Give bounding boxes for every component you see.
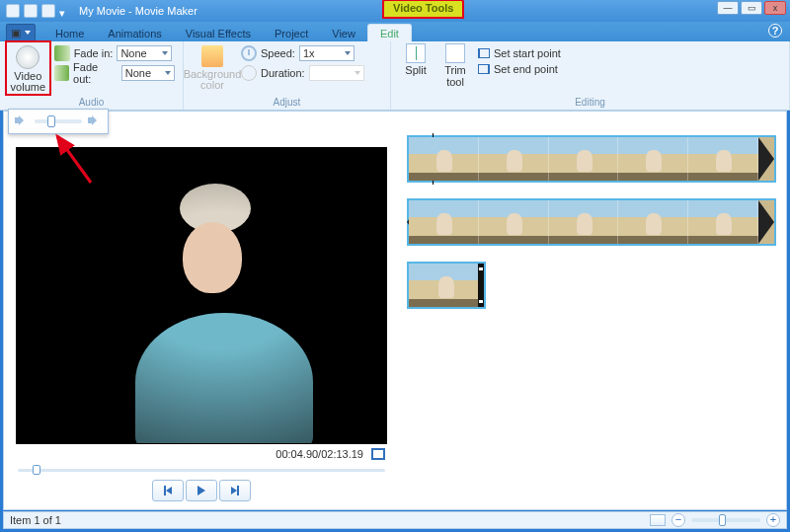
end-point-icon xyxy=(478,64,490,74)
fade-out-icon xyxy=(54,65,69,81)
close-button[interactable]: x xyxy=(764,1,786,15)
trim-tool-button[interactable]: Trim tool xyxy=(438,43,472,88)
zoom-slider-thumb[interactable] xyxy=(719,514,726,526)
seek-thumb[interactable] xyxy=(33,465,40,475)
volume-slider[interactable] xyxy=(35,119,82,123)
tab-view[interactable]: View xyxy=(320,25,367,41)
preview-video-frame[interactable] xyxy=(16,147,387,444)
status-item-count: Item 1 of 1 xyxy=(10,514,61,526)
timeline-clip-2[interactable] xyxy=(407,198,776,246)
trim-icon xyxy=(445,43,465,63)
fade-in-icon xyxy=(54,45,70,61)
video-volume-button[interactable]: Video volume xyxy=(8,43,48,93)
timeline-clip-1[interactable] xyxy=(407,135,776,183)
ribbon-tabstrip: ▣ Home Animations Visual Effects Project… xyxy=(0,22,790,41)
annotation-arrow xyxy=(41,128,111,188)
fade-out-label: Fade out: xyxy=(73,61,118,85)
duration-label: Duration: xyxy=(261,67,305,79)
split-button[interactable]: Split xyxy=(399,43,433,76)
help-icon[interactable]: ? xyxy=(768,24,782,38)
chevron-down-icon xyxy=(165,71,171,75)
speed-label: Speed: xyxy=(261,47,295,59)
timeline-pane[interactable] xyxy=(399,112,786,509)
play-button[interactable] xyxy=(186,480,217,501)
prev-frame-button[interactable] xyxy=(152,480,184,501)
volume-slider-thumb[interactable] xyxy=(47,115,55,127)
fullscreen-icon[interactable] xyxy=(371,448,385,460)
quick-access-toolbar: ▾ xyxy=(0,4,73,18)
file-menu-button[interactable]: ▣ xyxy=(6,24,36,41)
fade-in-combo[interactable]: None xyxy=(117,45,172,61)
set-start-point-button[interactable]: Set start point xyxy=(478,47,561,59)
context-tab-video-tools[interactable]: Video Tools xyxy=(383,0,463,18)
chevron-down-icon xyxy=(355,71,360,75)
qat-redo-icon[interactable] xyxy=(41,4,55,18)
tab-project[interactable]: Project xyxy=(263,25,320,41)
zoom-slider[interactable] xyxy=(691,518,760,522)
clip-end-cut-icon xyxy=(758,137,774,181)
next-frame-button[interactable] xyxy=(219,480,251,501)
speed-combo[interactable]: 1x xyxy=(299,45,355,61)
speaker-volume-icon xyxy=(16,45,40,69)
split-icon xyxy=(406,43,426,63)
tab-visual-effects[interactable]: Visual Effects xyxy=(174,25,263,41)
fade-out-combo[interactable]: None xyxy=(121,65,175,81)
preview-time: 00:04.90/02:13.19 xyxy=(276,448,363,460)
maximize-button[interactable]: ▭ xyxy=(741,1,762,15)
qat-save-icon[interactable] xyxy=(6,4,20,18)
status-bar: Item 1 of 1 − + xyxy=(3,511,787,529)
mute-icon[interactable] xyxy=(15,115,29,127)
start-point-icon xyxy=(478,48,490,58)
zoom-in-button[interactable]: + xyxy=(766,513,780,527)
set-end-point-button[interactable]: Set end point xyxy=(478,63,561,75)
duration-icon xyxy=(241,65,257,81)
chevron-down-icon xyxy=(162,51,168,55)
title-bar: ▾ My Movie - Movie Maker Video Tools — ▭… xyxy=(0,0,790,22)
file-icon: ▣ xyxy=(11,27,21,39)
zoom-out-button[interactable]: − xyxy=(672,513,685,527)
qat-dropdown-icon[interactable]: ▾ xyxy=(59,7,67,15)
window-title: My Movie - Movie Maker xyxy=(79,5,198,17)
chevron-down-icon xyxy=(345,51,351,55)
group-label-editing: Editing xyxy=(399,97,781,110)
tab-edit[interactable]: Edit xyxy=(367,24,412,41)
work-area: 00:04.90/02:13.19 xyxy=(3,111,787,510)
speed-icon xyxy=(241,45,257,61)
fade-in-label: Fade in: xyxy=(74,47,114,59)
tab-animations[interactable]: Animations xyxy=(96,25,173,41)
background-color-button: Background color xyxy=(192,43,233,91)
group-label-adjust: Adjust xyxy=(192,97,382,110)
tab-home[interactable]: Home xyxy=(43,25,96,41)
svg-line-0 xyxy=(57,136,91,183)
clip-end-cut-icon xyxy=(758,200,774,244)
ribbon: Video volume Fade in: None Fade out: Non… xyxy=(0,41,790,111)
duration-combo xyxy=(309,65,364,81)
background-color-icon xyxy=(201,45,223,67)
chevron-down-icon xyxy=(25,31,31,35)
qat-undo-icon[interactable] xyxy=(24,4,38,18)
minimize-button[interactable]: — xyxy=(717,1,739,15)
speaker-icon[interactable] xyxy=(88,115,102,127)
seek-slider[interactable] xyxy=(18,464,385,476)
timeline-clip-3[interactable] xyxy=(407,262,486,309)
view-mode-icon[interactable] xyxy=(650,514,666,526)
